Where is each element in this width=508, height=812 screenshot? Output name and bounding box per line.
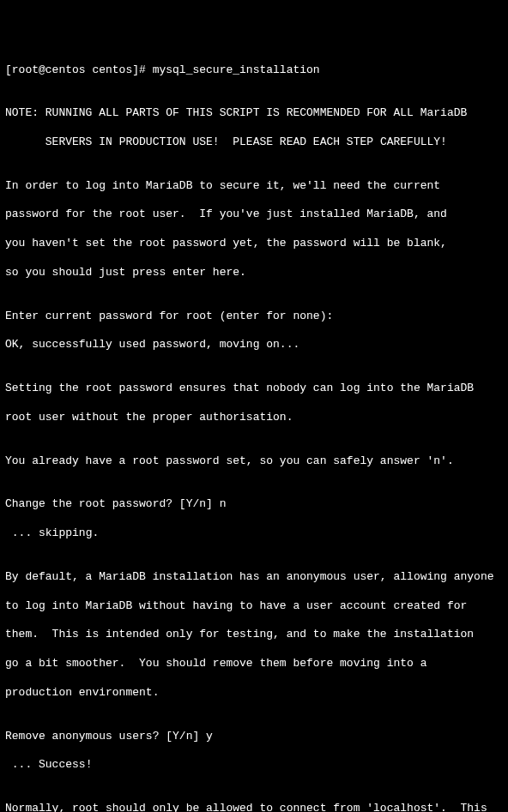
output-line: password for the root user. If you've ju… [5, 208, 503, 222]
output-line: you haven't set the root password yet, t… [5, 237, 503, 251]
output-line: NOTE: RUNNING ALL PARTS OF THIS SCRIPT I… [5, 106, 503, 121]
output-line: OK, successfully used password, moving o… [5, 338, 503, 352]
output-line: Normally, root should only be allowed to… [5, 802, 503, 812]
prompt-input-line: Enter current password for root (enter f… [5, 310, 503, 324]
output-line: so you should just press enter here. [5, 266, 503, 280]
output-line: Setting the root password ensures that n… [5, 382, 503, 396]
output-line: root user without the proper authorisati… [5, 411, 503, 425]
prompt-input-line: Remove anonymous users? [Y/n] y [5, 730, 503, 744]
command-text: mysql_secure_installation [153, 63, 320, 76]
output-line: ... Success! [5, 758, 503, 773]
output-line: to log into MariaDB without having to ha… [5, 599, 503, 614]
prompt-input-line: Change the root password? [Y/n] n [5, 497, 503, 512]
output-line: You already have a root password set, so… [5, 454, 503, 469]
output-line: In order to log into MariaDB to secure i… [5, 179, 503, 194]
output-line: them. This is intended only for testing,… [5, 628, 503, 642]
output-line: SERVERS IN PRODUCTION USE! PLEASE READ E… [5, 135, 503, 150]
output-line: By default, a MariaDB installation has a… [5, 570, 503, 585]
shell-prompt: [root@centos centos]# [5, 63, 153, 76]
output-line: production environment. [5, 686, 503, 701]
output-line: ... skipping. [5, 526, 503, 541]
prompt-line: [root@centos centos]# mysql_secure_insta… [5, 63, 503, 78]
terminal-output[interactable]: [root@centos centos]# mysql_secure_insta… [5, 63, 503, 812]
output-line: go a bit smoother. You should remove the… [5, 657, 503, 671]
